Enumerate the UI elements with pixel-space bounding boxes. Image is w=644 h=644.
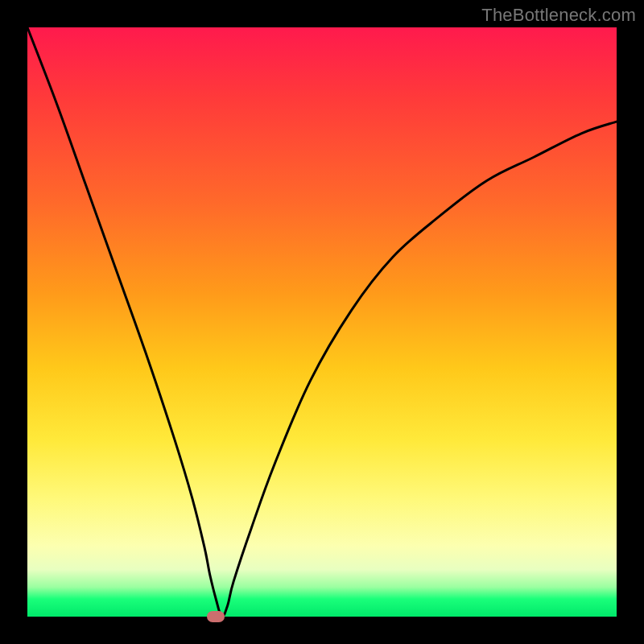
watermark-text: TheBottleneck.com bbox=[481, 5, 636, 26]
optimal-marker bbox=[207, 611, 225, 622]
plot-area bbox=[27, 27, 617, 617]
chart-frame: TheBottleneck.com bbox=[0, 0, 644, 644]
bottleneck-curve bbox=[27, 27, 617, 617]
curve-svg bbox=[27, 27, 617, 617]
